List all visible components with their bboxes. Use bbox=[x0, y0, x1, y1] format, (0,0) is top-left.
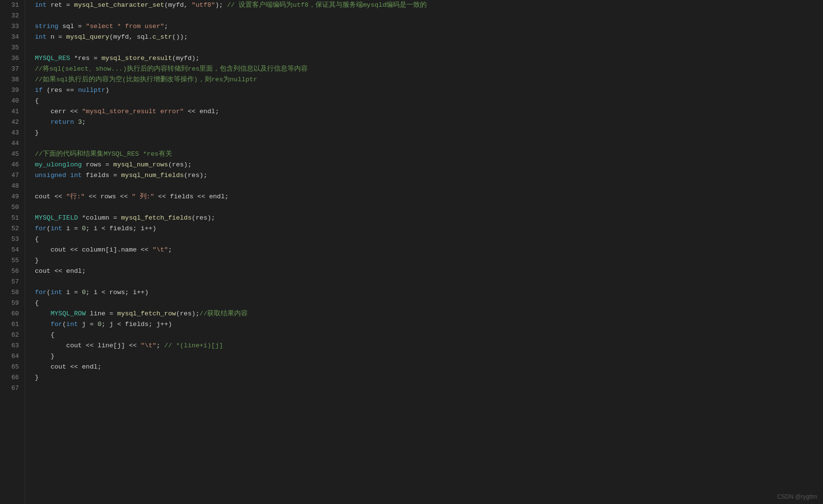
line-numbers: 3132333435363738394041424344454647484950… bbox=[0, 0, 25, 504]
code-line: cout << endl; bbox=[35, 266, 823, 277]
line-number: 32 bbox=[4, 11, 19, 21]
code-line: if (res == nullptr) bbox=[35, 85, 823, 96]
line-number: 38 bbox=[4, 74, 19, 85]
line-number: 54 bbox=[4, 245, 19, 255]
code-line bbox=[35, 202, 823, 213]
line-number: 39 bbox=[4, 85, 19, 96]
line-number: 47 bbox=[4, 170, 19, 181]
code-line: { bbox=[35, 96, 823, 106]
code-line: string sql = "select * from user"; bbox=[35, 21, 823, 32]
line-number: 67 bbox=[4, 383, 19, 394]
code-line: int ret = mysql_set_character_set(myfd, … bbox=[35, 0, 823, 11]
code-container: 3132333435363738394041424344454647484950… bbox=[0, 0, 823, 504]
line-number: 61 bbox=[4, 319, 19, 330]
line-number: 57 bbox=[4, 277, 19, 287]
code-line: //如果sql执行后的内容为空(比如执行增删改等操作)，则res为nullptr bbox=[35, 74, 823, 85]
line-number: 42 bbox=[4, 117, 19, 128]
code-line: } bbox=[35, 372, 823, 383]
line-number: 53 bbox=[4, 234, 19, 245]
line-number: 34 bbox=[4, 32, 19, 43]
line-number: 44 bbox=[4, 138, 19, 149]
code-line: { bbox=[35, 330, 823, 341]
line-number: 55 bbox=[4, 255, 19, 266]
line-number: 41 bbox=[4, 106, 19, 117]
code-line: return 3; bbox=[35, 117, 823, 128]
code-line: for(int j = 0; j < fields; j++) bbox=[35, 319, 823, 330]
code-line: cout << "行:" << rows << " 列:" << fields … bbox=[35, 192, 823, 202]
code-line: MYSQL_RES *res = mysql_store_result(myfd… bbox=[35, 53, 823, 64]
code-line: cout << column[i].name << "\t"; bbox=[35, 245, 823, 255]
line-number: 56 bbox=[4, 266, 19, 277]
code-line: } bbox=[35, 351, 823, 362]
code-line: cout << line[j] << "\t"; // *(line+i)[j] bbox=[35, 341, 823, 351]
code-line: for(int i = 0; i < fields; i++) bbox=[35, 223, 823, 234]
code-line: MYSQL_FIELD *column = mysql_fetch_fields… bbox=[35, 213, 823, 223]
line-number: 40 bbox=[4, 96, 19, 106]
line-number: 58 bbox=[4, 287, 19, 298]
code-line: cout << endl; bbox=[35, 362, 823, 372]
code-line: { bbox=[35, 234, 823, 245]
line-number: 49 bbox=[4, 192, 19, 202]
code-line: } bbox=[35, 128, 823, 138]
line-number: 50 bbox=[4, 202, 19, 213]
code-line: for(int i = 0; i < rows; i++) bbox=[35, 287, 823, 298]
line-number: 31 bbox=[4, 0, 19, 11]
line-number: 66 bbox=[4, 372, 19, 383]
line-number: 52 bbox=[4, 223, 19, 234]
line-number: 59 bbox=[4, 298, 19, 309]
line-number: 37 bbox=[4, 64, 19, 74]
code-line: } bbox=[35, 255, 823, 266]
code-line: //下面的代码和结果集MYSQL_RES *res有关 bbox=[35, 149, 823, 160]
code-line bbox=[35, 277, 823, 287]
line-number: 33 bbox=[4, 21, 19, 32]
line-number: 63 bbox=[4, 341, 19, 351]
code-line: cerr << "mysql_store_result error" << en… bbox=[35, 106, 823, 117]
code-line bbox=[35, 181, 823, 192]
line-number: 65 bbox=[4, 362, 19, 372]
line-number: 45 bbox=[4, 149, 19, 160]
line-number: 43 bbox=[4, 128, 19, 138]
code-line bbox=[35, 383, 823, 394]
code-line: MYSQL_ROW line = mysql_fetch_row(res);//… bbox=[35, 309, 823, 319]
line-number: 64 bbox=[4, 351, 19, 362]
code-line: int n = mysql_query(myfd, sql.c_str()); bbox=[35, 32, 823, 43]
code-line: unsigned int fields = mysql_num_fields(r… bbox=[35, 170, 823, 181]
line-number: 62 bbox=[4, 330, 19, 341]
line-number: 48 bbox=[4, 181, 19, 192]
code-line: my_ulonglong rows = mysql_num_rows(res); bbox=[35, 160, 823, 170]
code-line: //将sql(select、show...)执行后的内容转储到res里面，包含列… bbox=[35, 64, 823, 74]
code-line bbox=[35, 43, 823, 53]
line-number: 46 bbox=[4, 160, 19, 170]
code-line bbox=[35, 138, 823, 149]
line-number: 35 bbox=[4, 43, 19, 53]
code-line bbox=[35, 11, 823, 21]
line-number: 51 bbox=[4, 213, 19, 223]
code-content[interactable]: int ret = mysql_set_character_set(myfd, … bbox=[25, 0, 823, 504]
watermark: CSDN @rygttm bbox=[777, 493, 817, 500]
code-line: { bbox=[35, 298, 823, 309]
line-number: 36 bbox=[4, 53, 19, 64]
line-number: 60 bbox=[4, 309, 19, 319]
